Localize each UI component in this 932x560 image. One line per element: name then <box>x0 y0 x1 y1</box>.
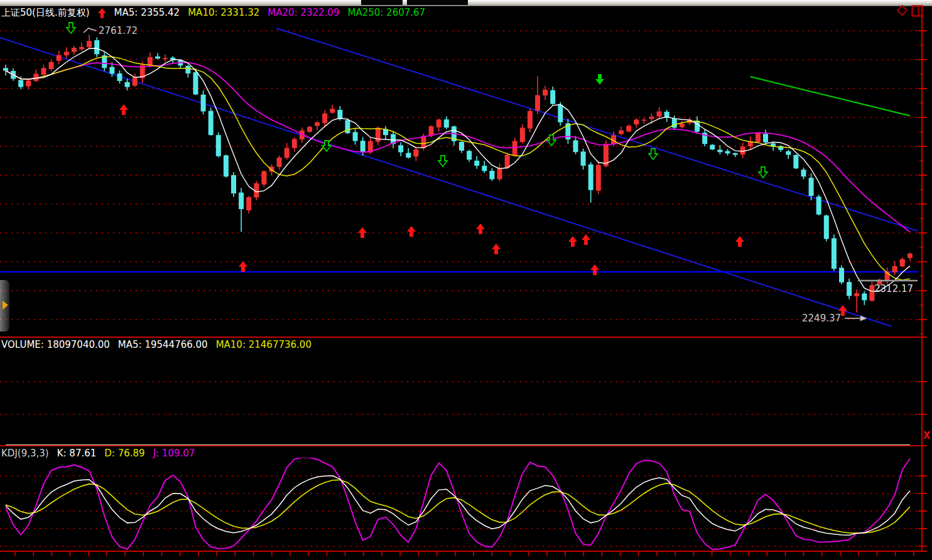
kdj-lines <box>6 458 910 550</box>
volume-ma10-value: MA10: 21467736.00 <box>216 340 312 350</box>
ma-lines <box>6 48 910 291</box>
ma250-value: MA250: 2607.67 <box>347 8 425 18</box>
main-chart-legend: 上证50(日线.前复权) MA5: 2355.42 MA10: 2331.32 … <box>1 8 425 18</box>
trend-lines <box>0 28 918 326</box>
sidebar-expand-handle[interactable] <box>0 280 9 331</box>
diamond-icon[interactable] <box>897 5 908 16</box>
grid-lines <box>0 31 918 546</box>
kdj-j-value: J: 109.07 <box>153 448 195 459</box>
ma250-line <box>750 77 910 116</box>
restore-window-icon[interactable] <box>911 5 923 17</box>
ma20-value: MA20: 2322.09 <box>268 8 339 18</box>
chart-canvas[interactable] <box>0 0 932 560</box>
expand-arrow-icon <box>3 301 8 310</box>
volume-value: VOLUME: 18097040.00 <box>1 340 110 350</box>
trading-app-window: 上证50(日线.前复权) MA5: 2355.42 MA10: 2331.32 … <box>0 0 932 560</box>
volume-ma5-value: MA5: 19544766.00 <box>118 340 208 350</box>
kdj-k-value: K: 87.61 <box>57 448 97 459</box>
volume-legend: VOLUME: 18097040.00 MA5: 19544766.00 MA1… <box>1 340 312 350</box>
kdj-d-value: D: 76.89 <box>104 448 144 459</box>
ma10-value: MA10: 2331.32 <box>188 8 259 18</box>
indicator-close-button[interactable]: X <box>923 430 931 441</box>
ma5-value: MA5: 2355.42 <box>114 8 180 18</box>
candlesticks <box>3 35 913 313</box>
instrument-title: 上证50(日线.前复权) <box>1 8 90 18</box>
buy-signal-arrow-icon <box>98 8 106 18</box>
trough-price-annotation: 2249.37 <box>802 313 841 324</box>
kdj-legend: KDJ(9,3,3) K: 87.61 D: 76.89 J: 109.07 <box>1 448 195 459</box>
peak-price-annotation: 2761.72 <box>99 25 138 36</box>
last-price-annotation: 2312.17 <box>874 283 913 294</box>
kdj-label: KDJ(9,3,3) <box>1 448 49 459</box>
